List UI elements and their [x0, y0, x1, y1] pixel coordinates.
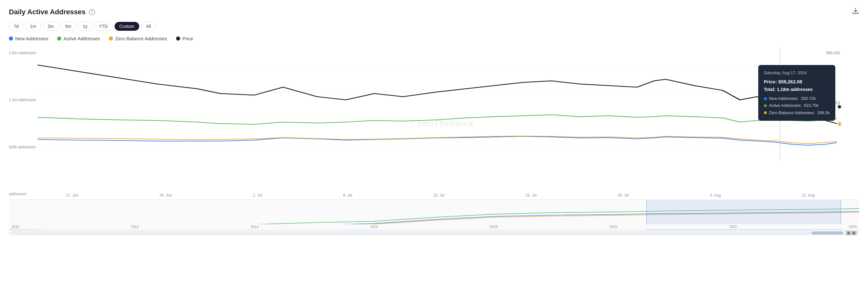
legend-label-active: Active Addresses	[63, 36, 100, 41]
y-label-2: 600k addresses	[9, 145, 36, 149]
tooltip-new-label: New Addresses:	[769, 95, 799, 102]
legend-new-addresses: New Addresses	[9, 36, 48, 41]
filter-all[interactable]: All	[141, 22, 156, 31]
tooltip-total-row: Total: 1.18m addresses	[764, 86, 830, 94]
main-container: Daily Active Addresses ? 7d 1m 3m 6m 1y …	[0, 0, 868, 236]
x-label-1: 24. Jun	[160, 193, 172, 198]
scroll-thumb[interactable]	[811, 231, 843, 235]
legend-label-zero: Zero Balance Addresses	[115, 36, 167, 41]
x-label-0: 17. Jun	[66, 193, 79, 198]
year-2020: 2020	[610, 225, 617, 229]
x-label-4: 15. Jul	[433, 193, 444, 198]
year-2022: 2022	[729, 225, 737, 229]
header: Daily Active Addresses ?	[9, 8, 859, 16]
tooltip-new-value: 293.72k	[801, 95, 816, 102]
scroll-right-arrow[interactable]: ▶	[851, 231, 857, 235]
scroll-bar[interactable]: ◀ ▶	[9, 230, 859, 236]
y-label-1: 1.2m addresses	[9, 98, 36, 102]
tooltip-zero-value: 266.5k	[817, 109, 830, 117]
year-2018: 2018	[490, 225, 497, 229]
tooltip-row-active: Active Addresses: 623.75k	[764, 102, 830, 109]
tooltip-price-value: $59,262.08	[778, 79, 802, 84]
legend-active-addresses: Active Addresses	[57, 36, 100, 41]
title-row: Daily Active Addresses ?	[9, 8, 95, 16]
legend-label-price: Price	[182, 36, 193, 41]
x-label-8: 12. Aug	[802, 193, 815, 198]
legend: New Addresses Active Addresses Zero Bala…	[9, 36, 859, 41]
year-2016: 2016	[370, 225, 378, 229]
tooltip: Saturday, Aug 17, 2024 Price: $59,262.08…	[758, 65, 835, 121]
legend-dot-new	[9, 36, 13, 41]
chart-area: 1.8m addresses 1.2m addresses 600k addre…	[9, 47, 859, 200]
legend-price: Price	[176, 36, 193, 41]
tooltip-active-label: Active Addresses:	[769, 102, 802, 109]
year-2012: 2012	[131, 225, 138, 229]
tooltip-total-value: 1.18m addresses	[777, 87, 813, 92]
y-label-0: 1.8m addresses	[9, 51, 36, 55]
edge-dot-zero	[837, 122, 842, 126]
mini-chart[interactable]: 2010 2012 2014 2016 2018 2020 2022 2024	[9, 200, 859, 230]
legend-dot-price	[176, 36, 180, 41]
legend-label-new: New Addresses	[15, 36, 48, 41]
x-label-7: 5. Aug	[710, 193, 721, 198]
download-icon[interactable]	[852, 8, 859, 16]
scroll-left-arrow[interactable]: ◀	[846, 231, 851, 235]
legend-dot-active	[57, 36, 61, 41]
tooltip-zero-label: Zero Balance Addresses:	[769, 109, 815, 117]
main-chart-svg	[37, 47, 837, 162]
x-label-6: 29. Jul	[618, 193, 629, 198]
x-label-5: 22. Jul	[525, 193, 536, 198]
tooltip-dot-new	[764, 97, 767, 100]
filter-7d[interactable]: 7d	[9, 22, 24, 31]
tooltip-total-label: Total:	[764, 87, 776, 92]
year-2014: 2014	[251, 225, 258, 229]
chart-svg-wrapper: IntoTheBlock	[37, 47, 837, 199]
tooltip-price-label: Price:	[764, 79, 777, 84]
filter-ytd[interactable]: YTD	[94, 22, 113, 31]
tooltip-dot-zero	[764, 111, 767, 114]
scroll-track[interactable]	[11, 231, 843, 235]
filter-3m[interactable]: 3m	[43, 22, 58, 31]
y-axis-left: 1.8m addresses 1.2m addresses 600k addre…	[9, 47, 36, 199]
time-filters: 7d 1m 3m 6m 1y YTD Custom All	[9, 22, 859, 31]
help-icon[interactable]: ?	[89, 9, 95, 15]
year-2010: 2010	[11, 225, 19, 229]
year-2024: 2024	[849, 225, 856, 229]
tooltip-active-value: 623.75k	[804, 102, 818, 109]
filter-6m[interactable]: 6m	[60, 22, 76, 31]
x-axis: 17. Jun 24. Jun 1. Jul 8. Jul 15. Jul 22…	[9, 193, 859, 198]
page-title: Daily Active Addresses	[9, 8, 86, 16]
filter-custom[interactable]: Custom	[115, 22, 139, 31]
legend-zero-balance: Zero Balance Addresses	[109, 36, 167, 41]
year-labels: 2010 2012 2014 2016 2018 2020 2022 2024	[9, 224, 859, 229]
filter-1y[interactable]: 1y	[78, 22, 92, 31]
x-label-2: 1. Jul	[253, 193, 262, 198]
tooltip-date: Saturday, Aug 17, 2024	[764, 69, 830, 76]
chart-edge-dots	[837, 105, 842, 126]
scroll-arrows: ◀ ▶	[846, 231, 857, 235]
tooltip-price-row: Price: $59,262.08	[764, 78, 830, 86]
tooltip-row-zero: Zero Balance Addresses: 266.5k	[764, 109, 830, 117]
filter-1m[interactable]: 1m	[25, 22, 41, 31]
x-label-3: 8. Jul	[343, 193, 352, 198]
tooltip-row-new: New Addresses: 293.72k	[764, 95, 830, 102]
edge-dot-price	[837, 105, 842, 109]
tooltip-dot-active	[764, 104, 767, 107]
legend-dot-zero	[109, 36, 113, 41]
